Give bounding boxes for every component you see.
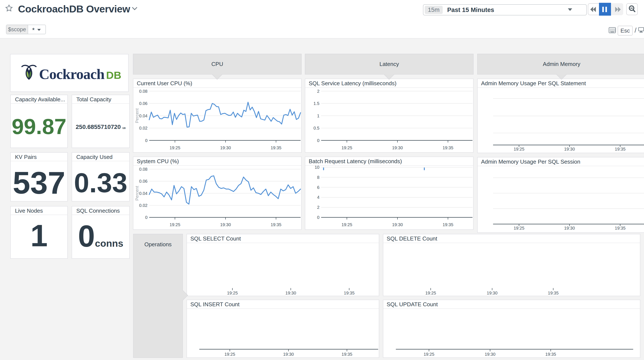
svg-text:Percent: Percent — [135, 108, 139, 123]
svg-text:0: 0 — [317, 215, 320, 220]
svg-text:0.04: 0.04 — [139, 191, 148, 196]
svg-text:19:35: 19:35 — [270, 145, 281, 150]
svg-text:19:25: 19:25 — [425, 291, 436, 295]
svg-text:19:30: 19:30 — [564, 147, 575, 151]
svg-text:19:25: 19:25 — [170, 145, 180, 150]
svg-text:0.02: 0.02 — [139, 126, 148, 130]
svg-text:19:35: 19:35 — [548, 291, 558, 295]
svg-text:19:25: 19:25 — [342, 145, 352, 150]
svg-text:19:30: 19:30 — [487, 291, 497, 295]
svg-text:0.08: 0.08 — [139, 89, 148, 93]
svg-text:0.5: 0.5 — [314, 126, 320, 130]
svg-text:19:25: 19:25 — [224, 352, 235, 357]
svg-text:0: 0 — [145, 138, 148, 143]
svg-text:19:35: 19:35 — [442, 222, 453, 227]
svg-text:1.5: 1.5 — [314, 101, 320, 106]
svg-text:6: 6 — [317, 185, 320, 190]
svg-text:0.04: 0.04 — [139, 113, 148, 118]
svg-text:19:35: 19:35 — [270, 222, 281, 227]
svg-text:10: 10 — [315, 166, 320, 170]
svg-text:0.08: 0.08 — [139, 167, 148, 172]
svg-text:19:30: 19:30 — [484, 352, 495, 357]
svg-text:0.02: 0.02 — [139, 203, 148, 208]
svg-text:19:30: 19:30 — [283, 352, 294, 357]
svg-text:2: 2 — [317, 205, 320, 210]
svg-text:19:30: 19:30 — [392, 222, 403, 227]
svg-text:19:30: 19:30 — [564, 226, 575, 230]
svg-text:2: 2 — [317, 89, 320, 93]
svg-text:19:30: 19:30 — [285, 291, 296, 295]
svg-text:19:35: 19:35 — [442, 145, 453, 150]
svg-text:Cockroach: Cockroach — [39, 66, 104, 82]
svg-text:8: 8 — [317, 175, 320, 180]
svg-text:19:30: 19:30 — [220, 145, 231, 150]
svg-text:19:25: 19:25 — [227, 291, 238, 295]
svg-text:4: 4 — [317, 195, 320, 200]
svg-text:0.06: 0.06 — [139, 179, 148, 184]
svg-text:19:25: 19:25 — [170, 222, 180, 227]
svg-text:1: 1 — [317, 113, 320, 118]
svg-text:19:35: 19:35 — [344, 291, 354, 295]
svg-text:Percent: Percent — [135, 186, 139, 201]
svg-text:19:35: 19:35 — [615, 226, 626, 230]
svg-text:19:25: 19:25 — [514, 226, 524, 230]
svg-text:19:30: 19:30 — [392, 145, 403, 150]
svg-text:19:35: 19:35 — [545, 352, 556, 357]
svg-text:DB: DB — [106, 69, 121, 81]
svg-text:19:35: 19:35 — [342, 352, 352, 357]
svg-text:19:25: 19:25 — [342, 222, 352, 227]
svg-text:19:30: 19:30 — [220, 222, 231, 227]
svg-text:0: 0 — [145, 215, 148, 220]
svg-text:19:25: 19:25 — [514, 147, 524, 151]
svg-text:0: 0 — [317, 138, 320, 143]
svg-text:19:35: 19:35 — [615, 147, 626, 151]
svg-text:19:25: 19:25 — [424, 352, 434, 357]
svg-text:0.06: 0.06 — [139, 101, 148, 106]
